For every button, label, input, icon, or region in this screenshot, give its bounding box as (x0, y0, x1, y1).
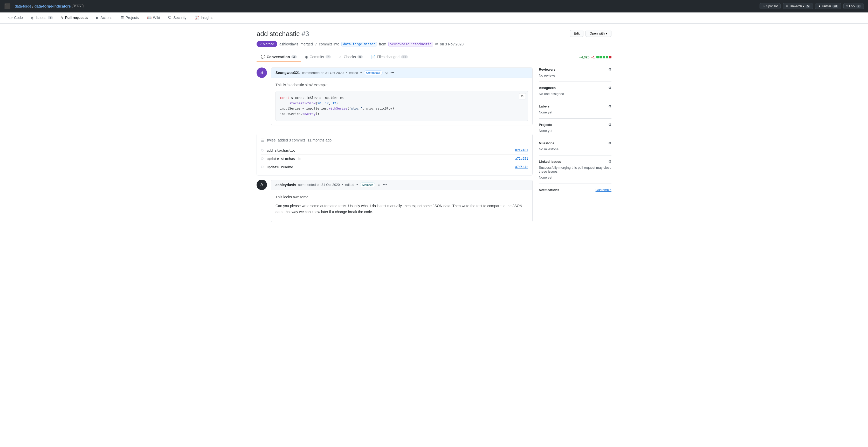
more-icon[interactable]: ••• (391, 70, 394, 75)
avatar-ashleydavis: A (256, 180, 267, 190)
nav-insights[interactable]: 📈 Insights (191, 12, 217, 23)
linked-issues-value: None yet (539, 176, 612, 179)
gear-icon-2[interactable]: ⚙ (608, 86, 612, 90)
comment-time-2: commented on 31 Oct 2020 (298, 183, 340, 187)
sidebar-notifications: Notifications Customize (539, 184, 612, 196)
comment-thread-2: A ashleydavis commented on 31 Oct 2020 •… (256, 180, 533, 226)
base-branch: data-forge:master (341, 42, 377, 47)
more-icon-2[interactable]: ••• (383, 182, 387, 187)
contributor-badge: Contributor (364, 70, 383, 75)
watch-count: 5 (805, 5, 810, 8)
nav-pull-requests[interactable]: ⑂ Pull requests (57, 12, 92, 23)
milestone-value: No milestone (539, 147, 612, 151)
pr-author: ashleydavis (279, 42, 298, 46)
comment-thread-1: S Seungwoo321 commented on 31 Oct 2020 •… (256, 67, 533, 129)
commit-sha-1[interactable]: 82f9161 (515, 148, 528, 152)
sponsor-button[interactable]: ♡ Sponsor (760, 3, 781, 9)
comment-header-2: ashleydavis commented on 31 Oct 2020 • e… (271, 180, 532, 190)
repo-owner-link[interactable]: data-forge (15, 4, 31, 8)
emoji-icon[interactable]: ☺ (385, 70, 389, 75)
eye-icon: 👁 (785, 4, 788, 8)
visibility-badge: Public (72, 4, 84, 8)
gear-icon[interactable]: ⚙ (608, 67, 612, 71)
fork-button[interactable]: ⑂ Fork 7 (843, 3, 864, 9)
commit-row-3: update readme a7d3b4c (261, 163, 528, 171)
breadcrumb: data-forge / data-forge-indicators Publi… (15, 4, 84, 8)
repo-name-link[interactable]: data-forge-indicators (34, 4, 71, 8)
gear-icon-4[interactable]: ⚙ (608, 123, 612, 127)
tabs-row: 💬 Conversation 3 ◉ Commits 7 ✓ Checks 0 … (256, 52, 612, 62)
gear-icon-6[interactable]: ⚙ (608, 160, 612, 163)
sidebar: Reviewers ⚙ No reviews Assignees ⚙ No on… (539, 67, 612, 231)
merged-badge: ⑂ Merged (256, 41, 277, 47)
pr-header: add stochastic #3 Edit Open with ▾ (256, 30, 612, 38)
comment-header-1: Seungwoo321 commented on 31 Oct 2020 • e… (271, 68, 532, 78)
commits-header: ☰ swlee added 3 commits 11 months ago (261, 138, 528, 142)
code-content: const stochasticSlow = inputSeries .stoc… (280, 95, 524, 117)
open-with-button[interactable]: Open with ▾ (586, 30, 612, 37)
gear-icon-3[interactable]: ⚙ (608, 105, 612, 108)
tab-conversation[interactable]: 💬 Conversation 3 (256, 52, 301, 62)
tab-files-changed[interactable]: 📄 Files changed 11 (367, 52, 412, 62)
nav-wiki[interactable]: 📖 Wiki (143, 12, 164, 23)
diff-bar-3 (602, 56, 605, 58)
sidebar-milestone: Milestone ⚙ No milestone (539, 137, 612, 155)
comment-text-1: This is 'stochastic slow' example. (276, 82, 528, 88)
commit-row-2: update stochastic a71a951 (261, 155, 528, 163)
commit-msg-2: update stochastic (267, 157, 512, 161)
emoji-icon-2[interactable]: ☺ (377, 182, 381, 187)
chevron-down-icon: ▾ (360, 71, 362, 74)
sidebar-linked-issues: Linked issues ⚙ Successfully merging thi… (539, 155, 612, 184)
linked-issues-desc: Successfully merging this pull request m… (539, 166, 612, 173)
diff-bar-4 (606, 56, 608, 58)
nav-projects[interactable]: ☰ Projects (117, 12, 143, 23)
sidebar-labels: Labels ⚙ None yet (539, 100, 612, 119)
main-container: add stochastic #3 Edit Open with ▾ ⑂ Mer… (252, 24, 616, 237)
sidebar-projects: Projects ⚙ None yet (539, 119, 612, 137)
tab-commits[interactable]: ◉ Commits 7 (301, 52, 335, 62)
milestone-title: Milestone (539, 141, 554, 145)
commits-count: 7 (326, 55, 331, 58)
projects-icon: ☰ (121, 16, 124, 20)
comment-actions-1: Contributor ☺ ••• (364, 70, 394, 75)
nav-issues[interactable]: ◎ Issues 3 (27, 12, 57, 23)
top-bar: ⬛ data-forge / data-forge-indicators Pub… (0, 0, 868, 12)
comment-body-2: This looks awesome! Can you please write… (271, 190, 532, 222)
comment-card-2: ashleydavis commented on 31 Oct 2020 • e… (271, 180, 533, 222)
edit-button[interactable]: Edit (570, 30, 583, 37)
pr-meta: ⑂ Merged ashleydavis merged 7 commits in… (256, 41, 612, 47)
copy-code-button[interactable]: ⧉ (519, 93, 526, 99)
files-icon: 📄 (371, 55, 375, 59)
content-layout: S Seungwoo321 commented on 31 Oct 2020 •… (256, 67, 612, 231)
commit-sha-3[interactable]: a7d3b4c (515, 165, 528, 169)
pr-number: #3 (302, 30, 309, 38)
comment-edited-1: edited (349, 71, 358, 75)
assignees-title: Assignees (539, 86, 556, 90)
commit-dot-3 (261, 166, 264, 168)
main-content: S Seungwoo321 commented on 31 Oct 2020 •… (256, 67, 533, 231)
unwatch-button[interactable]: 👁 Unwatch ▾ 5 (783, 3, 813, 9)
comment-time-1: commented on 31 Oct 2020 (302, 71, 343, 75)
comment-text-2b: Can you please write some automated test… (276, 203, 528, 215)
copy-icon[interactable]: ⧉ (435, 42, 438, 46)
tab-checks[interactable]: ✓ Checks 0 (335, 52, 367, 62)
comment-author-1: Seungwoo321 (276, 70, 300, 75)
commits-count: 7 (315, 42, 317, 46)
fork-icon: ⑂ (846, 4, 848, 8)
gear-icon-5[interactable]: ⚙ (608, 141, 612, 145)
diff-deletions: −1 (591, 55, 595, 59)
heart-icon: ♡ (763, 4, 765, 8)
notifications-title: Notifications (539, 188, 559, 192)
customize-link[interactable]: Customize (596, 188, 612, 192)
nav-code[interactable]: <> Code (4, 12, 27, 23)
code-icon: <> (8, 16, 12, 20)
commit-sha-2[interactable]: a71a951 (515, 157, 528, 160)
nav-actions[interactable]: ▶ Actions (92, 12, 117, 23)
star-icon: ★ (818, 4, 821, 8)
commit-dot-2 (261, 157, 264, 160)
diff-additions: +4,325 (579, 55, 589, 59)
nav-security[interactable]: 🛡 Security (164, 12, 191, 23)
sidebar-assignees: Assignees ⚙ No one assigned (539, 82, 612, 100)
reviewers-title: Reviewers (539, 67, 555, 71)
unstar-button[interactable]: ★ Unstar 28 (815, 3, 841, 9)
